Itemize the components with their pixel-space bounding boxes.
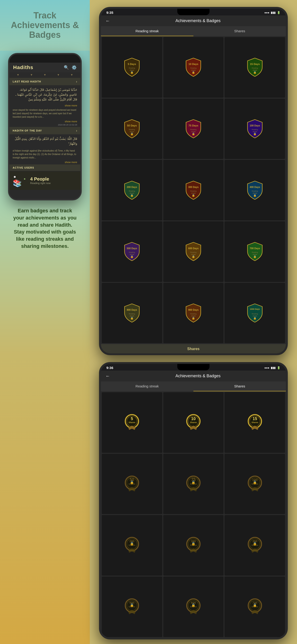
search-icon[interactable]: 🔍 <box>64 65 69 70</box>
badge-shares-280[interactable]: 280 Shares 🔒 <box>102 515 162 576</box>
signal-icon: ▮▮▮ <box>271 11 276 14</box>
show-more-2[interactable]: show more <box>10 120 80 123</box>
badge-cell[interactable]: 100 Days Reading streak 🔒 <box>224 98 285 159</box>
badge-cell[interactable]: 75 Days Reading streak 🔒 <box>163 98 224 159</box>
tab-reading-streak-1[interactable]: Reading streak <box>101 26 194 36</box>
nav-title-2: Achievements & Badges <box>115 374 281 378</box>
badge-cell[interactable]: 50 Days Reading streak 🔒 <box>102 98 162 159</box>
svg-text:500 Days: 500 Days <box>127 247 137 250</box>
nav-bar-2: ← Achievements & Badges <box>101 370 286 382</box>
badge-cell[interactable]: 10 Days Reading streak 🔒 <box>163 37 224 98</box>
phone-mockup-right-2: 9:36 ●●● ▮▮▮ 🔋 ← Achievements & Badges R… <box>99 362 288 640</box>
svg-text:50 Days: 50 Days <box>127 124 137 127</box>
svg-text:Reading: Reading <box>129 128 135 130</box>
last-read-section-header[interactable]: LAST READ HADITH › <box>10 78 80 85</box>
badge-cell[interactable]: 200 Days Reading streak 🔒 <box>102 160 162 220</box>
badge-shield-svg: 600 Days Reading streak 🔒 <box>184 241 202 262</box>
badge-shares-700[interactable]: 700 Shares 🔒 <box>224 576 285 637</box>
svg-text:300 Days: 300 Days <box>188 186 198 188</box>
svg-text:400 Days: 400 Days <box>250 186 260 188</box>
phone-screen: Hadiths 🔍 ⚙️ ▼ ▼ ▼ ▼ ▼ LAST READ HADITH … <box>10 54 80 199</box>
svg-text:1000 Days: 1000 Days <box>250 308 260 310</box>
chevron-icon: ▼ <box>16 73 19 76</box>
status-time-2: 9:36 <box>106 366 113 370</box>
svg-text:🔒: 🔒 <box>191 480 196 484</box>
badge-shield-svg: 1000 Days Reading streak 🔒 <box>246 303 264 324</box>
badge-shares-15[interactable]: 15 Shares <box>224 392 285 453</box>
medal-svg: 700 Shares 🔒 <box>246 596 264 618</box>
latin-text-1: once stayed for nineteen days and prayed… <box>10 107 80 120</box>
badge-cell[interactable]: 400 Days Reading streak 🔒 <box>224 160 285 220</box>
shares-tab-bottom-1[interactable]: Shares <box>101 344 286 354</box>
badge-shares-10[interactable]: 10 Shares <box>163 392 224 453</box>
timestamp-1: 2024-06-29 10:32:28 <box>10 123 80 126</box>
phone-mockup-left: Hadiths 🔍 ⚙️ ▼ ▼ ▼ ▼ ▼ LAST READ HADITH … <box>8 53 82 200</box>
right-arrow-icon-2: › <box>76 129 77 132</box>
medal-svg: 100 Shares 🔒 <box>246 473 264 495</box>
gear-icon[interactable]: ⚙️ <box>72 65 77 70</box>
badge-shield-svg: 300 Days Reading streak 🔒 <box>184 180 202 200</box>
badge-shield-svg: 75 Days Reading streak 🔒 <box>184 118 202 139</box>
badge-cell[interactable]: 5 Days Reading streak 🔒 <box>102 37 162 98</box>
badges-grid-1: 5 Days Reading streak 🔒 10 Days Reading … <box>101 36 286 344</box>
bottom-promo: Earn badges and trackyour achievements a… <box>8 200 82 257</box>
svg-text:Reading: Reading <box>190 190 196 192</box>
top-background: Track Achievements & Badges <box>0 0 90 51</box>
badge-cell[interactable]: 700 Days Reading streak 🔒 <box>224 221 285 282</box>
badge-cell[interactable]: 300 Days Reading streak 🔒 <box>163 160 224 220</box>
hadiths-header: Hadiths 🔍 ⚙️ <box>10 63 80 72</box>
medal-svg: 300 Shares 🔒 <box>184 534 202 556</box>
tab-bar-1: Reading streak Shares <box>101 26 286 36</box>
badge-shares-300[interactable]: 300 Shares 🔒 <box>163 515 224 576</box>
badge-cell[interactable]: 15 Days Reading streak 🔒 <box>224 37 285 98</box>
tab-reading-streak-2[interactable]: Reading streak <box>101 382 194 391</box>
badge-shares-350[interactable]: 350 Shares 🔒 <box>224 515 285 576</box>
svg-text:Reading: Reading <box>129 313 135 315</box>
badge-shares-500[interactable]: 500 Shares 🔒 <box>102 576 162 637</box>
active-users-label: ACTIVE USERS <box>13 166 34 169</box>
svg-text:800 Days: 800 Days <box>127 309 137 311</box>
medal-svg: 500 Shares 🔒 <box>123 596 141 618</box>
active-users-info: 4 People Reading right now <box>30 176 51 184</box>
tab-shares-1[interactable]: Shares <box>194 26 286 36</box>
badge-cell[interactable]: 900 Days Reading streak 🔒 <box>163 283 224 344</box>
svg-text:🔒: 🔒 <box>130 132 134 136</box>
show-more-3[interactable]: show more <box>10 160 80 164</box>
badge-cell[interactable]: 800 Days Reading streak 🔒 <box>102 283 162 344</box>
svg-text:100 Days: 100 Days <box>250 124 260 127</box>
badge-shield-svg: 200 Days Reading streak 🔒 <box>123 180 141 200</box>
status-time-1: 9:35 <box>106 10 113 14</box>
svg-text:Reading: Reading <box>129 190 135 192</box>
tab-shares-2[interactable]: Shares <box>194 382 286 391</box>
promo-text: Earn badges and trackyour achievements a… <box>13 207 76 250</box>
medal-svg: 5 Shares <box>123 412 141 434</box>
svg-text:🔒: 🔒 <box>130 194 134 197</box>
svg-text:🔒: 🔒 <box>192 194 195 197</box>
right-arrow-icon: › <box>76 80 77 84</box>
hadith-day-section-header[interactable]: HADITH OF THE DAY › <box>10 127 80 134</box>
show-more-1[interactable]: show more <box>10 104 80 107</box>
badge-shares-5[interactable]: 5 Shares <box>102 392 162 453</box>
badge-cell[interactable]: 1000 Days Reading streak 🔒 <box>224 283 285 344</box>
svg-text:Reading: Reading <box>190 251 196 253</box>
svg-text:🔒: 🔒 <box>192 71 195 74</box>
badge-shares-600[interactable]: 600 Shares 🔒 <box>163 576 224 637</box>
badge-cell[interactable]: 500 Days Reading streak 🔒 <box>102 221 162 282</box>
badge-shield-svg: 900 Days Reading streak 🔒 <box>184 303 202 324</box>
badge-cell[interactable]: 600 Days Reading streak 🔒 <box>163 221 224 282</box>
medal-svg: 15 Shares <box>246 412 264 434</box>
badge-shield-svg: 100 Days Reading streak 🔒 <box>246 118 264 139</box>
badge-shares-50[interactable]: 50 Shares 🔒 <box>102 454 162 514</box>
badge-shares-75[interactable]: 75 Shares 🔒 <box>163 454 224 514</box>
track-title: Track Achievements & Badges <box>0 4 90 46</box>
svg-text:15 Days: 15 Days <box>250 63 260 66</box>
svg-text:🔒: 🔒 <box>191 603 196 607</box>
back-arrow-1[interactable]: ← <box>106 18 110 24</box>
medal-svg: 75 Shares 🔒 <box>184 473 202 495</box>
svg-text:🔒: 🔒 <box>253 255 256 258</box>
people-count: 4 People <box>30 176 51 182</box>
badge-shares-100[interactable]: 100 Shares 🔒 <box>224 454 285 514</box>
back-arrow-2[interactable]: ← <box>106 373 110 379</box>
svg-text:🔒: 🔒 <box>253 542 257 546</box>
svg-text:Reading: Reading <box>252 128 258 130</box>
